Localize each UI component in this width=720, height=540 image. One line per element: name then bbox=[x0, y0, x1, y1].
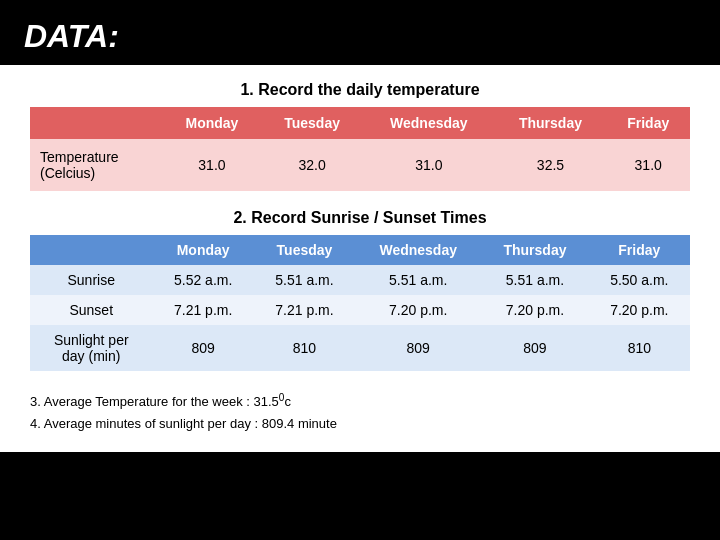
cell-tuesday: 32.0 bbox=[261, 139, 363, 191]
sunlight-label: Sunlight perday (min) bbox=[30, 325, 152, 371]
sunset-label: Sunset bbox=[30, 295, 152, 325]
table1-col-thursday: Thursday bbox=[495, 107, 607, 139]
sunrise-friday: 5.50 a.m. bbox=[589, 265, 690, 295]
main-content: 1. Record the daily temperature Monday T… bbox=[0, 65, 720, 452]
sunrise-tuesday: 5.51 a.m. bbox=[254, 265, 355, 295]
table-row: Sunlight perday (min) 809 810 809 809 81… bbox=[30, 325, 690, 371]
section2-title: 2. Record Sunrise / Sunset Times bbox=[30, 209, 690, 227]
table1-col-wednesday: Wednesday bbox=[363, 107, 494, 139]
table-row: Temperature(Celcius) 31.0 32.0 31.0 32.5… bbox=[30, 139, 690, 191]
header: DATA: bbox=[0, 0, 720, 65]
page-title: DATA: bbox=[24, 18, 119, 54]
cell-thursday: 32.5 bbox=[495, 139, 607, 191]
table1-col-friday: Friday bbox=[606, 107, 690, 139]
table1-header-row: Monday Tuesday Wednesday Thursday Friday bbox=[30, 107, 690, 139]
table1-col-monday: Monday bbox=[163, 107, 261, 139]
temperature-table: Monday Tuesday Wednesday Thursday Friday… bbox=[30, 107, 690, 191]
table-row: Sunrise 5.52 a.m. 5.51 a.m. 5.51 a.m. 5.… bbox=[30, 265, 690, 295]
table2-col-wednesday: Wednesday bbox=[355, 235, 481, 265]
sunlight-friday: 810 bbox=[589, 325, 690, 371]
cell-monday: 31.0 bbox=[163, 139, 261, 191]
sunset-friday: 7.20 p.m. bbox=[589, 295, 690, 325]
sunrise-monday: 5.52 a.m. bbox=[152, 265, 253, 295]
sunset-wednesday: 7.20 p.m. bbox=[355, 295, 481, 325]
cell-friday: 31.0 bbox=[606, 139, 690, 191]
section1-title: 1. Record the daily temperature bbox=[30, 81, 690, 99]
sunset-thursday: 7.20 p.m. bbox=[481, 295, 588, 325]
sunlight-thursday: 809 bbox=[481, 325, 588, 371]
cell-wednesday: 31.0 bbox=[363, 139, 494, 191]
sunlight-monday: 809 bbox=[152, 325, 253, 371]
sunset-tuesday: 7.21 p.m. bbox=[254, 295, 355, 325]
notes: 3. Average Temperature for the week : 31… bbox=[30, 389, 690, 436]
table2-col-tuesday: Tuesday bbox=[254, 235, 355, 265]
sunlight-wednesday: 809 bbox=[355, 325, 481, 371]
table2-col-thursday: Thursday bbox=[481, 235, 588, 265]
note-line1: 3. Average Temperature for the week : 31… bbox=[30, 389, 690, 413]
sunrise-thursday: 5.51 a.m. bbox=[481, 265, 588, 295]
sunset-monday: 7.21 p.m. bbox=[152, 295, 253, 325]
table-row: Sunset 7.21 p.m. 7.21 p.m. 7.20 p.m. 7.2… bbox=[30, 295, 690, 325]
sunrise-wednesday: 5.51 a.m. bbox=[355, 265, 481, 295]
row-label: Temperature(Celcius) bbox=[30, 139, 163, 191]
note-line2: 4. Average minutes of sunlight per day :… bbox=[30, 413, 690, 435]
table1-col-tuesday: Tuesday bbox=[261, 107, 363, 139]
table2-col-friday: Friday bbox=[589, 235, 690, 265]
table2-header-row: Monday Tuesday Wednesday Thursday Friday bbox=[30, 235, 690, 265]
sunrise-sunset-table: Monday Tuesday Wednesday Thursday Friday… bbox=[30, 235, 690, 371]
table2-col-monday: Monday bbox=[152, 235, 253, 265]
table2-col-empty bbox=[30, 235, 152, 265]
sunlight-tuesday: 810 bbox=[254, 325, 355, 371]
sunrise-label: Sunrise bbox=[30, 265, 152, 295]
table1-col-empty bbox=[30, 107, 163, 139]
